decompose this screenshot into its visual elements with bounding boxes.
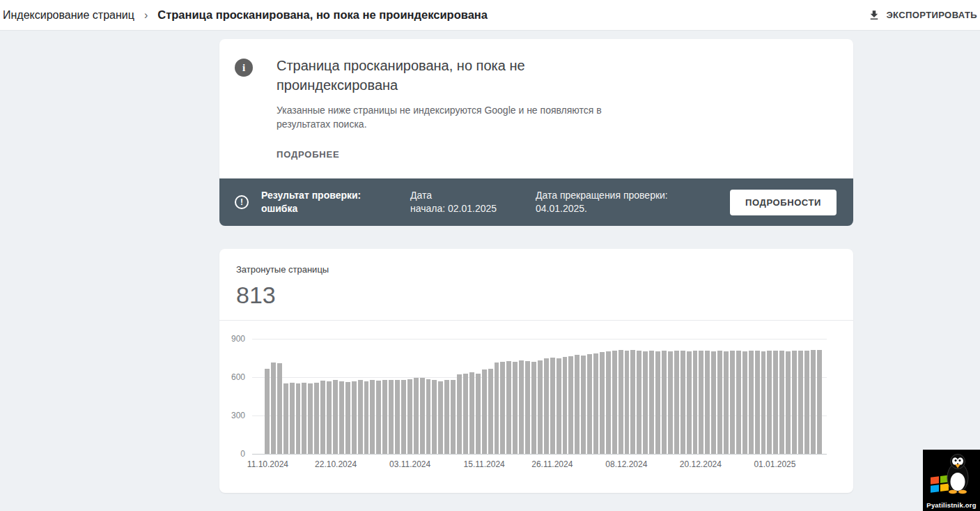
- bar-chart[interactable]: 0300600900 11.10.202422.10.202403.11.202…: [219, 339, 827, 472]
- warning-icon: !: [235, 195, 249, 209]
- chart-bar: [426, 379, 431, 454]
- chart-bar: [506, 361, 511, 454]
- chart-bar: [358, 380, 363, 454]
- chart-bar: [401, 380, 406, 454]
- chart-bar: [711, 351, 716, 454]
- validation-result: Результат проверки: ошибка: [261, 189, 394, 215]
- chart-bar: [476, 374, 481, 455]
- x-axis-tick-label: 22.10.2024: [315, 459, 357, 469]
- chart-plot-wrap: 11.10.202422.10.202403.11.202415.11.2024…: [252, 339, 827, 472]
- app-root: Индексирование страниц › Страница проска…: [0, 0, 980, 511]
- chart-bar: [420, 378, 425, 454]
- chart-bar: [376, 381, 381, 454]
- chart-bar: [438, 381, 443, 455]
- chart-bar: [755, 351, 760, 455]
- details-button[interactable]: ПОДРОБНОСТИ: [730, 190, 837, 215]
- chart-bar: [544, 358, 549, 454]
- validation-start-date-line1: Дата: [410, 189, 516, 202]
- chart-bar: [277, 363, 282, 454]
- chart-bars: [252, 339, 827, 454]
- metric-value: 813: [236, 282, 837, 309]
- chart-bar: [630, 350, 635, 454]
- breadcrumb-parent-link[interactable]: Индексирование страниц: [3, 9, 134, 22]
- chart-bar: [643, 351, 648, 454]
- validation-start-date-line2: начала: 02.01.2025: [410, 202, 516, 215]
- chart-bar: [302, 383, 306, 454]
- watermark-text: Pyatilistnik.org: [926, 501, 976, 509]
- chart-bar: [625, 351, 630, 455]
- validation-status-bar: ! Результат проверки: ошибка Дата начала…: [219, 178, 853, 226]
- x-axis-tick-label: 11.10.2024: [247, 459, 288, 469]
- issue-info-card: i Страница просканирована, но пока не пр…: [219, 39, 853, 178]
- chart-bar: [606, 351, 611, 454]
- chart-bar: [749, 351, 754, 454]
- issue-info-text: Страница просканирована, но пока не прои…: [277, 56, 635, 160]
- chart-bar: [283, 383, 288, 454]
- penguin-logo-icon: [929, 451, 974, 496]
- x-axis-tick-label: 08.12.2024: [605, 459, 647, 469]
- chart-bar: [327, 381, 332, 455]
- chart-bar: [333, 380, 338, 454]
- chart-bar: [370, 380, 375, 454]
- top-bar: Индексирование страниц › Страница проска…: [0, 0, 980, 31]
- info-icon: i: [235, 59, 253, 77]
- chart-bar: [674, 351, 679, 454]
- chart-bar: [779, 351, 784, 455]
- pyatilistnik-watermark: Pyatilistnik.org: [923, 450, 980, 511]
- chart-bar: [432, 380, 437, 454]
- chart-bar: [668, 351, 673, 454]
- y-axis-tick-label: 900: [231, 334, 245, 344]
- chart-bar: [525, 361, 530, 454]
- chart-bar: [513, 362, 518, 454]
- chart-bar: [538, 360, 543, 454]
- chart-bar: [693, 351, 698, 455]
- chart-bar: [767, 351, 772, 455]
- validation-end-date: Дата прекращения проверки: 04.01.2025.: [536, 189, 699, 215]
- learn-more-link[interactable]: ПОДРОБНЕЕ: [277, 149, 339, 160]
- chart-bar: [296, 383, 301, 454]
- issue-description: Указанные ниже страницы не индексируются…: [277, 103, 635, 131]
- validation-result-value: ошибка: [261, 202, 394, 215]
- chart-bar: [265, 369, 270, 454]
- chart-bar: [817, 350, 822, 454]
- chart-bar: [339, 381, 344, 455]
- chart-bar: [680, 351, 685, 455]
- chart-bar: [600, 352, 605, 454]
- card-divider: [219, 320, 853, 321]
- breadcrumb: Индексирование страниц › Страница проска…: [3, 8, 488, 22]
- y-axis-tick-label: 0: [240, 449, 245, 459]
- chart-bar: [587, 354, 592, 454]
- chart-bar: [352, 381, 357, 455]
- chart-bar: [563, 357, 568, 454]
- validation-start-date: Дата начала: 02.01.2025: [410, 189, 516, 215]
- download-icon: [868, 9, 880, 22]
- chart-bar: [345, 382, 350, 454]
- issue-title: Страница просканирована, но пока не прои…: [277, 56, 576, 95]
- chart-bar: [389, 380, 394, 454]
- chart-bar: [649, 351, 654, 454]
- main-content: i Страница просканирована, но пока не пр…: [0, 39, 980, 511]
- chevron-right-icon: ›: [144, 9, 148, 22]
- chart-bar: [557, 358, 561, 455]
- chart-bar: [655, 351, 660, 454]
- chart-bar: [550, 358, 555, 454]
- y-axis-labels: 0300600900: [219, 339, 252, 454]
- chart-bar: [687, 351, 692, 454]
- chart-bar: [619, 350, 623, 454]
- export-button[interactable]: ЭКСПОРТИРОВАТЬ: [866, 5, 979, 26]
- chart-bar: [451, 380, 456, 454]
- chart-bar: [395, 380, 400, 454]
- chart-bar: [736, 351, 741, 454]
- chart-bar: [407, 379, 412, 454]
- chart-bar: [730, 351, 735, 455]
- chart-bar: [593, 353, 598, 454]
- chart-bar: [798, 351, 803, 454]
- validation-end-date-line1: Дата прекращения проверки:: [536, 189, 699, 202]
- chart-bar: [469, 372, 474, 454]
- x-axis-labels: 11.10.202422.10.202403.11.202415.11.2024…: [265, 459, 821, 472]
- chart-bar: [662, 351, 667, 454]
- chart-bar: [581, 356, 586, 454]
- x-axis-tick-label: 03.11.2024: [389, 459, 430, 469]
- y-axis-tick-label: 300: [231, 411, 245, 420]
- chart-bar: [444, 380, 449, 454]
